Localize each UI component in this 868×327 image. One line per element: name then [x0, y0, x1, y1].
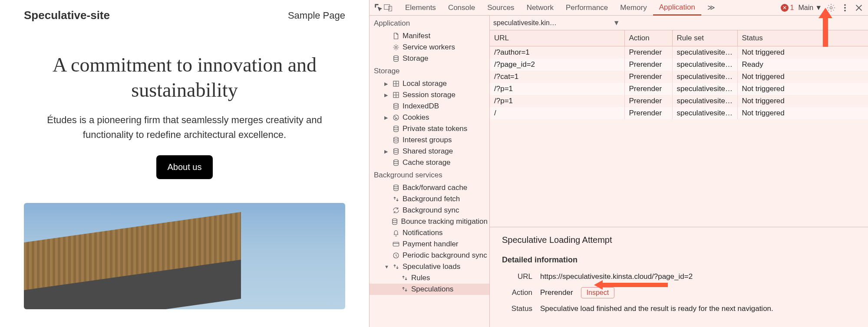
svg-point-10 [394, 103, 399, 105]
sidebar-item-speculations[interactable]: Speculations [370, 284, 489, 295]
sidebar-item-back-forward-cache[interactable]: Back/forward cache [370, 182, 489, 193]
tree-item-label: Service workers [403, 43, 455, 52]
expand-arrow-icon[interactable] [384, 115, 389, 121]
sidebar-item-indexeddb[interactable]: IndexedDB [370, 101, 489, 112]
close-icon[interactable] [854, 3, 864, 13]
svg-rect-21 [393, 242, 399, 246]
sidebar-item-rules[interactable]: Rules [370, 272, 489, 284]
scope-dropdown[interactable]: speculativesite.kin… ▼ [493, 19, 620, 27]
cookie-icon [392, 114, 400, 121]
website-pane: Speculative-site Sample Page A commitmen… [0, 0, 369, 327]
tab-console[interactable]: Console [442, 1, 481, 15]
frame-selector[interactable]: Main ▼ [798, 4, 822, 12]
label-url: URL [502, 272, 532, 281]
expand-arrow-icon[interactable] [384, 149, 389, 154]
svg-rect-0 [384, 4, 390, 9]
tab-performance[interactable]: Performance [560, 1, 614, 15]
cell-url: / [490, 107, 624, 119]
table-row[interactable]: /Prerenderspeculativesite…Not triggered [490, 107, 868, 119]
hero-image [24, 203, 345, 309]
tree-item-label: Private state tokens [403, 124, 467, 133]
db-icon [392, 147, 400, 155]
table-row[interactable]: /?author=1Prerenderspeculativesite…Not t… [490, 46, 868, 59]
cell-status: Not triggered [737, 83, 868, 95]
cell-url: /?page_id=2 [490, 59, 624, 71]
cell-status: Not triggered [737, 46, 868, 59]
sidebar-item-shared-storage[interactable]: Shared storage [370, 146, 489, 157]
tabs-overflow[interactable]: ≫ [701, 0, 721, 15]
table-row[interactable]: /?cat=1Prerenderspeculativesite…Not trig… [490, 71, 868, 83]
svg-point-16 [394, 137, 399, 139]
db-icon [392, 159, 400, 167]
sidebar-item-speculative-loads[interactable]: Speculative loads [370, 261, 489, 272]
tab-network[interactable]: Network [521, 1, 560, 15]
tree-item-label: Periodic background sync [403, 251, 487, 260]
inspect-element-icon[interactable] [374, 3, 383, 13]
nav-sample-page[interactable]: Sample Page [288, 10, 345, 21]
value-action: Prerender [540, 288, 573, 297]
th-status[interactable]: Status [737, 30, 868, 46]
tab-sources[interactable]: Sources [481, 1, 520, 15]
th-action[interactable]: Action [624, 30, 672, 46]
sidebar-item-manifest[interactable]: Manifest [370, 30, 489, 42]
tree-item-label: Back/forward cache [403, 183, 467, 192]
sidebar-item-payment-handler[interactable]: Payment handler [370, 239, 489, 250]
sidebar-item-session-storage[interactable]: Session storage [370, 89, 489, 101]
tab-memory[interactable]: Memory [614, 1, 653, 15]
expand-arrow-icon[interactable] [384, 92, 389, 98]
tree-item-label: Bounce tracking mitigation [401, 217, 488, 226]
th-ruleset[interactable]: Rule set [672, 30, 737, 46]
svg-rect-1 [389, 6, 392, 11]
sidebar-item-service-workers[interactable]: Service workers [370, 42, 489, 53]
sidebar-item-background-fetch[interactable]: Background fetch [370, 193, 489, 205]
sidebar-item-periodic-background-sync[interactable]: Periodic background sync [370, 250, 489, 261]
sidebar-item-bounce-tracking-mitigation[interactable]: Bounce tracking mitigation [370, 216, 489, 227]
tree-item-label: Background fetch [403, 195, 460, 203]
expand-arrow-icon[interactable] [384, 81, 389, 87]
cell-action: Prerender [624, 59, 672, 71]
application-sidebar[interactable]: Application ManifestService workersStora… [370, 16, 489, 327]
cell-rule: speculativesite… [672, 95, 737, 107]
th-url[interactable]: URL [490, 30, 624, 46]
table-row[interactable]: /?p=1Prerenderspeculativesite…Not trigge… [490, 95, 868, 107]
error-count: 1 [790, 4, 794, 12]
speculations-table[interactable]: URL Action Rule set Status /?author=1Pre… [490, 30, 868, 119]
sidebar-item-local-storage[interactable]: Local storage [370, 78, 489, 89]
cell-rule: speculativesite… [672, 71, 737, 83]
svg-point-13 [396, 118, 397, 119]
svg-point-18 [394, 160, 399, 162]
sidebar-item-background-sync[interactable]: Background sync [370, 205, 489, 216]
about-us-button[interactable]: About us [156, 155, 213, 179]
chevron-down-icon: ▼ [613, 19, 620, 27]
scope-label: speculativesite.kin… [493, 19, 557, 27]
sidebar-item-notifications[interactable]: Notifications [370, 227, 489, 239]
table-row[interactable]: /?page_id=2Prerenderspeculativesite…Read… [490, 59, 868, 71]
sidebar-item-cookies[interactable]: Cookies [370, 112, 489, 123]
sidebar-item-interest-groups[interactable]: Interest groups [370, 134, 489, 146]
sidebar-item-storage[interactable]: Storage [370, 53, 489, 64]
expand-arrow-icon[interactable] [384, 264, 389, 269]
sidebar-item-private-state-tokens[interactable]: Private state tokens [370, 123, 489, 134]
tab-elements[interactable]: Elements [399, 1, 442, 15]
table-row[interactable]: /?p=1Prerenderspeculativesite…Not trigge… [490, 83, 868, 95]
clock-icon [392, 252, 400, 259]
gear-icon[interactable] [826, 3, 836, 13]
site-logo[interactable]: Speculative-site [24, 9, 110, 22]
gear-icon [392, 43, 400, 51]
cell-status: Not triggered [737, 71, 868, 83]
svg-point-3 [845, 4, 846, 6]
updown-icon [392, 263, 400, 271]
db-icon [392, 136, 400, 144]
inspect-button[interactable]: Inspect [581, 287, 615, 298]
cell-status: Not triggered [737, 95, 868, 107]
device-toolbar-icon[interactable] [383, 3, 393, 13]
cell-rule: speculativesite… [672, 83, 737, 95]
svg-point-4 [845, 7, 846, 8]
kebab-menu-icon[interactable] [840, 3, 850, 13]
tree-item-label: Rules [411, 274, 430, 282]
tree-item-label: Local storage [403, 79, 447, 88]
error-count-badge[interactable]: ✕1 [781, 4, 794, 12]
sidebar-item-cache-storage[interactable]: Cache storage [370, 157, 489, 168]
frame-selector-label: Main [798, 4, 813, 12]
tab-application[interactable]: Application [653, 0, 701, 16]
